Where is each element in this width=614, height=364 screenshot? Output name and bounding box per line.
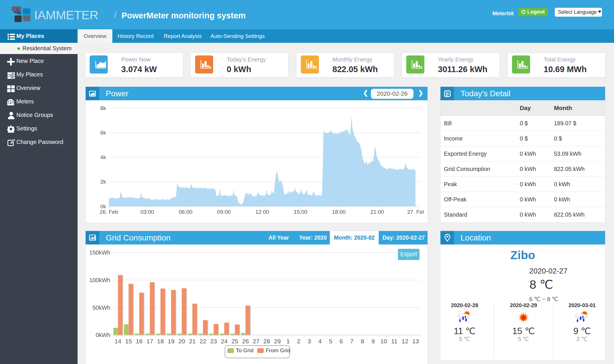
svg-text:15:00: 15:00 xyxy=(294,209,307,215)
svg-text:20: 20 xyxy=(178,338,185,344)
svg-text:7: 7 xyxy=(350,338,354,344)
svg-text:29: 29 xyxy=(274,338,281,344)
svg-text:21:00: 21:00 xyxy=(370,209,384,215)
svg-text:To Grid: To Grid xyxy=(236,347,253,353)
svg-text:5: 5 xyxy=(329,338,332,344)
svg-text:14: 14 xyxy=(115,338,122,344)
svg-text:21: 21 xyxy=(189,338,196,344)
svg-text:3: 3 xyxy=(308,338,311,344)
svg-text:4k: 4k xyxy=(100,154,106,160)
svg-text:24: 24 xyxy=(221,338,228,344)
svg-text:2k: 2k xyxy=(100,179,106,185)
svg-text:From Grid: From Grid xyxy=(266,347,290,353)
svg-text:9: 9 xyxy=(372,338,375,344)
svg-text:23: 23 xyxy=(210,338,217,344)
svg-text:06:00: 06:00 xyxy=(179,209,193,215)
svg-text:0k: 0k xyxy=(100,203,106,209)
svg-text:25: 25 xyxy=(232,338,238,344)
svg-text:09:00: 09:00 xyxy=(217,209,231,215)
svg-text:12: 12 xyxy=(402,338,408,344)
svg-text:11: 11 xyxy=(391,338,398,344)
svg-text:26. Feb: 26. Feb xyxy=(100,209,118,215)
svg-text:8: 8 xyxy=(361,338,364,344)
svg-text:100kWh: 100kWh xyxy=(89,277,110,283)
svg-text:27: 27 xyxy=(253,338,259,344)
svg-text:18:00: 18:00 xyxy=(332,209,346,215)
svg-text:2: 2 xyxy=(297,338,301,344)
svg-text:18: 18 xyxy=(157,338,164,344)
svg-text:28: 28 xyxy=(263,338,270,344)
svg-text:22: 22 xyxy=(200,338,206,344)
svg-text:10: 10 xyxy=(380,338,387,344)
svg-text:17: 17 xyxy=(147,338,153,344)
svg-text:8k: 8k xyxy=(100,105,106,111)
svg-text:16: 16 xyxy=(136,338,143,344)
svg-text:15: 15 xyxy=(125,338,132,344)
svg-text:0kWh: 0kWh xyxy=(96,332,110,338)
svg-text:12:00: 12:00 xyxy=(255,209,269,215)
svg-text:150kWh: 150kWh xyxy=(89,249,110,256)
svg-text:19: 19 xyxy=(168,338,174,344)
svg-text:4: 4 xyxy=(318,338,322,344)
svg-text:27. Fel: 27. Fel xyxy=(407,209,424,215)
svg-text:6: 6 xyxy=(340,338,343,344)
svg-text:50kWh: 50kWh xyxy=(93,305,110,311)
svg-text:03:00: 03:00 xyxy=(140,209,154,215)
svg-text:6k: 6k xyxy=(100,130,106,136)
svg-text:13: 13 xyxy=(412,338,419,344)
svg-text:26: 26 xyxy=(242,338,249,344)
svg-text:1: 1 xyxy=(286,338,290,344)
